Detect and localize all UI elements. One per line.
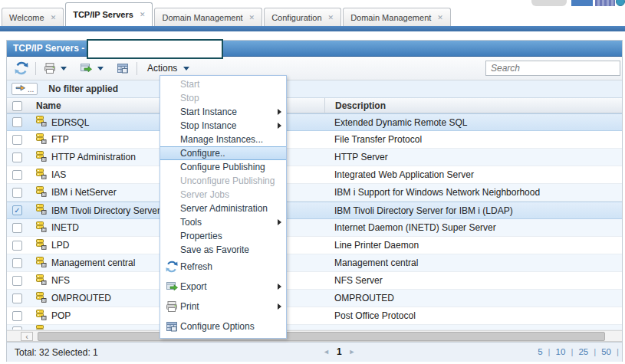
server-name: IBM i NetServer xyxy=(51,187,117,198)
chevron-down-icon xyxy=(61,67,67,71)
menu-item-tools[interactable]: Tools xyxy=(160,215,286,229)
page-size-5[interactable]: 5 xyxy=(538,347,542,356)
table-row[interactable]: HTTP Administration HTTP Server xyxy=(7,149,622,166)
tab-domain-management-2[interactable]: Domain Management ✕ xyxy=(343,8,451,26)
tab-label: TCP/IP Servers xyxy=(73,10,133,19)
banner-fragment-stripes xyxy=(595,0,615,6)
table-row[interactable]: Management central Management central xyxy=(7,254,622,272)
menu-item-server-jobs: Server Jobs xyxy=(160,188,286,202)
toolbar-separator xyxy=(35,62,36,75)
table-row[interactable]: IBM i NetServer IBM i Support for Window… xyxy=(7,184,622,202)
tab-domain-management-1[interactable]: Domain Management ✕ xyxy=(154,8,262,26)
next-page-icon[interactable]: ► xyxy=(349,348,356,356)
menu-item-configure[interactable]: Configure.. xyxy=(160,146,286,160)
menu-item-refresh[interactable]: Refresh xyxy=(160,257,286,277)
column-header-description[interactable]: Description xyxy=(324,98,622,113)
menu-item-manage-instances[interactable]: Manage Instances... xyxy=(160,133,286,146)
server-name: IBM Tivoli Directory Server xyxy=(51,205,160,216)
actions-menu-button[interactable]: Actions xyxy=(141,61,196,76)
menu-item-start-instance[interactable]: Start Instance xyxy=(160,105,286,119)
close-icon[interactable]: ✕ xyxy=(437,14,443,21)
server-name: NFS xyxy=(51,275,70,286)
row-checkbox[interactable] xyxy=(12,170,22,180)
tab-configuration[interactable]: Configuration ✕ xyxy=(264,8,341,26)
menu-item-configure-options[interactable]: Configure Options xyxy=(160,316,286,336)
menu-item-configure-publishing[interactable]: Configure Publishing xyxy=(160,160,286,174)
current-page[interactable]: 1 xyxy=(337,346,342,357)
row-checkbox[interactable] xyxy=(12,117,22,127)
close-icon[interactable]: ✕ xyxy=(51,14,57,21)
server-icon xyxy=(36,151,47,164)
submenu-arrow-icon xyxy=(278,123,281,129)
row-checkbox[interactable] xyxy=(12,258,22,268)
export-button[interactable] xyxy=(76,61,107,76)
separator: | xyxy=(548,347,551,356)
print-button[interactable] xyxy=(40,61,70,76)
tab-tcpip-servers[interactable]: TCP/IP Servers ✕ xyxy=(65,2,153,26)
search-input[interactable] xyxy=(485,61,620,76)
row-checkbox[interactable] xyxy=(12,311,22,321)
tab-bar-underline xyxy=(0,26,625,31)
menu-item-stop: Stop xyxy=(160,91,286,105)
row-checkbox[interactable] xyxy=(12,241,22,251)
table-settings-button[interactable] xyxy=(113,61,133,76)
server-description: Post Office Protocol xyxy=(324,310,622,321)
server-icon xyxy=(36,169,47,182)
menu-item-save-as-favorite[interactable]: Save as Favorite xyxy=(160,243,286,257)
close-icon[interactable]: ✕ xyxy=(328,14,334,21)
application-window: Welcome ✕ TCP/IP Servers ✕ Domain Manage… xyxy=(0,0,625,364)
table-row[interactable]: FTP File Transfer Protocol xyxy=(7,131,622,149)
toolbar-separator xyxy=(137,62,137,75)
status-bar: Total: 32 Selected: 1 ◄ 1 ► 5 | 10 | 25 … xyxy=(7,342,622,362)
table-row[interactable]: LPD Line Printer Daemon xyxy=(7,237,622,254)
server-icon xyxy=(36,274,47,287)
filter-button[interactable]: ... xyxy=(12,83,38,95)
table-row[interactable]: INETD Internet Daemon (INETD) Super Serv… xyxy=(7,219,622,237)
table-row[interactable]: NFS NFS Server xyxy=(7,272,622,290)
server-description: NFS Server xyxy=(324,275,622,286)
scroll-left-button[interactable]: ‹ xyxy=(21,332,33,341)
table-row[interactable]: IAS Integrated Web Application Server xyxy=(7,166,622,184)
tab-welcome[interactable]: Welcome ✕ xyxy=(2,8,64,26)
server-icon xyxy=(36,310,47,323)
page-size-10[interactable]: 10 xyxy=(556,347,566,356)
table-row[interactable]: POP Post Office Protocol xyxy=(7,307,622,325)
server-name: HTTP Administration xyxy=(51,152,136,162)
row-checkbox[interactable] xyxy=(12,223,22,233)
server-description: File Transfer Protocol xyxy=(324,134,622,145)
table-row[interactable]: EDRSQL Extended Dynamic Remote SQL xyxy=(7,113,622,131)
menu-item-export[interactable]: Export xyxy=(160,277,286,297)
server-description: IBM i Support for Windows Network Neighb… xyxy=(324,187,622,198)
row-checkbox[interactable] xyxy=(12,188,22,198)
table-row[interactable]: OMPROUTED OMPROUTED xyxy=(7,290,622,307)
toolbar: Actions xyxy=(7,57,622,80)
table-row-selected[interactable]: ✓ IBM Tivoli Directory Server IBM Tivoli… xyxy=(7,202,622,219)
row-checkbox-checked[interactable]: ✓ xyxy=(12,205,22,215)
row-checkbox[interactable] xyxy=(12,276,22,286)
menu-item-print[interactable]: Print xyxy=(160,297,286,316)
page-size-25[interactable]: 25 xyxy=(578,347,588,356)
row-checkbox[interactable] xyxy=(12,152,22,162)
separator: | xyxy=(617,347,619,356)
chevron-down-icon xyxy=(183,67,189,71)
scrollbar-thumb[interactable] xyxy=(38,332,605,341)
menu-item-server-administration[interactable]: Server Administration xyxy=(160,202,286,215)
submenu-arrow-icon xyxy=(278,109,281,115)
printer-icon xyxy=(163,300,180,313)
server-icon xyxy=(36,221,47,234)
refresh-button[interactable] xyxy=(12,60,31,77)
server-name: POP xyxy=(51,310,71,321)
server-description: IBM Tivoli Directory Server for IBM i (L… xyxy=(324,205,622,216)
table-row-partial[interactable] xyxy=(7,325,622,330)
prev-page-icon[interactable]: ◄ xyxy=(323,348,330,356)
close-icon[interactable]: ✕ xyxy=(249,14,255,21)
menu-item-stop-instance[interactable]: Stop Instance xyxy=(160,119,286,133)
page-size-50[interactable]: 50 xyxy=(601,347,611,356)
close-icon[interactable]: ✕ xyxy=(140,11,146,18)
tab-label: Configuration xyxy=(271,13,321,22)
row-checkbox[interactable] xyxy=(12,135,22,145)
menu-item-properties[interactable]: Properties xyxy=(160,229,286,243)
horizontal-scrollbar[interactable]: ‹ xyxy=(7,330,622,342)
row-checkbox[interactable] xyxy=(12,293,22,303)
select-all-checkbox[interactable] xyxy=(12,101,22,111)
